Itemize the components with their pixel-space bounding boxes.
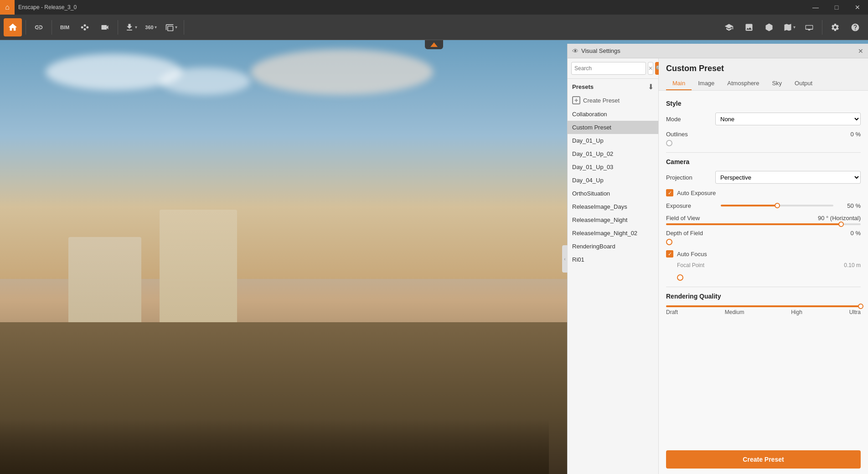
quality-track[interactable] [666,305,861,307]
presets-list: + Create Preset CollaborationCustom Pres… [568,93,658,474]
toolbar-separator-3 [118,20,118,35]
links-button[interactable] [30,18,48,36]
projection-row: Projection PerspectiveOrthographicTwo-Po… [666,171,861,184]
preset-item[interactable]: RenderingBoard [568,240,658,253]
quality-labels: Draft Medium High Ultra [666,309,861,315]
quality-thumb[interactable] [858,304,863,309]
ground-shadow [0,419,549,474]
svg-point-1 [84,24,86,26]
toolbar-separator-5 [822,20,822,35]
preset-item[interactable]: Day_01_Up [568,134,658,147]
preset-item[interactable]: Day_01_Up_03 [568,160,658,174]
section-divider-2 [666,287,861,287]
focal-point-slider[interactable] [677,274,861,281]
tab-main[interactable]: Main [666,77,692,90]
tab-atmosphere[interactable]: Atmosphere [721,77,765,90]
preset-item[interactable]: ReleaseImage_Night_02 [568,227,658,240]
create-preset-list-item[interactable]: + Create Preset [568,93,658,108]
projection-select[interactable]: PerspectiveOrthographicTwo-Point Perspec… [715,171,861,184]
dof-slider-handle[interactable] [666,239,672,245]
quality-slider-container [666,305,861,307]
cube-button[interactable] [760,18,778,36]
section-divider-1 [666,152,861,153]
quality-ultra-label: Ultra [849,309,861,315]
settings-content: Style Mode NoneWatercolorSketchOil Paint… [659,91,868,445]
outlines-value: 0 % [851,131,861,138]
presets-header: Presets ⬇ [568,79,658,93]
map-button[interactable]: ▾ [780,18,798,36]
auto-exposure-row: Auto Exposure [666,189,861,196]
search-input[interactable] [571,62,646,75]
quality-high-label: High [791,309,802,315]
export-button[interactable]: ▾ [122,18,140,36]
auto-focus-checkbox[interactable] [666,250,673,258]
batch-button[interactable]: ▾ [162,18,180,36]
tab-sky[interactable]: Sky [765,77,788,90]
video-button[interactable] [96,18,114,36]
bim-button[interactable]: BIM [56,18,74,36]
download-presets-button[interactable]: ⬇ [648,82,654,91]
preset-item[interactable]: ReleaseImage_Night [568,213,658,227]
create-preset-button[interactable]: Create Preset [666,450,861,469]
exposure-track [721,205,833,206]
minimize-button[interactable]: — [805,0,826,15]
render-button[interactable] [720,18,738,36]
toolbar-separator-2 [52,20,52,35]
settings-header: Custom Preset MainImageAtmosphereSkyOutp… [659,58,868,91]
settings-button[interactable] [826,18,844,36]
toolbar-separator-4 [184,20,184,35]
close-button[interactable]: ✕ [847,0,868,15]
fov-value: 90 ° (Horizontal) [818,215,861,222]
help-button[interactable] [846,18,864,36]
home-button[interactable] [4,18,22,36]
vr-button[interactable] [800,18,818,36]
outlines-slider[interactable] [666,139,861,147]
360-button[interactable]: 360 ▾ [142,18,160,36]
titlebar: ⌂ Enscape - Release_3_0 — □ ✕ [0,0,868,15]
maximize-button[interactable]: □ [826,0,847,15]
preset-item[interactable]: Day_04_Up [568,174,658,187]
cloud-3 [251,49,433,95]
presets-label: Presets [572,83,594,90]
fov-thumb[interactable] [838,222,844,227]
tab-image[interactable]: Image [692,77,721,90]
collapse-panel-handle[interactable]: ‹ [562,245,568,273]
tab-output[interactable]: Output [788,77,819,90]
outlines-header: Outlines 0 % [666,131,861,138]
fov-slider[interactable] [666,223,861,225]
preset-item[interactable]: Collaboration [568,108,658,121]
preset-item[interactable]: ReleaseImage_Days [568,200,658,213]
window-controls: — □ ✕ [805,0,868,15]
fov-fill [666,223,841,225]
preset-item[interactable]: OrthoSituation [568,187,658,200]
focal-point-slider-handle[interactable] [677,274,683,281]
preset-item[interactable]: Ri01 [568,253,658,266]
presets-panel: ✕ 🔍 Presets ⬇ + Create Preset Collaborat… [568,58,659,474]
preset-item[interactable]: Custom Preset [568,121,658,134]
visual-settings-close-button[interactable]: ✕ [858,47,863,55]
panel-toggle-button[interactable] [425,40,443,49]
toolbar-separator-1 [26,20,26,35]
exposure-slider[interactable] [721,201,833,210]
visual-settings-body: ✕ 🔍 Presets ⬇ + Create Preset Collaborat… [568,58,868,474]
search-bar: ✕ 🔍 [568,58,658,79]
screenshot-button[interactable] [740,18,758,36]
rendering-quality-section: Rendering Quality Draft Medium High Ultr… [666,293,861,315]
outlines-row: Outlines 0 % [666,131,861,147]
outlines-slider-handle[interactable] [666,140,672,146]
search-clear-button[interactable]: ✕ [648,62,653,75]
visual-settings-icon: 👁 [572,47,579,55]
mode-select[interactable]: NoneWatercolorSketchOil Paint [715,113,861,125]
dof-label: Depth of Field [666,230,703,237]
preset-item[interactable]: Day_01_Up_02 [568,147,658,160]
focal-point-value: 0.10 m [844,262,861,268]
auto-exposure-checkbox[interactable] [666,189,673,196]
dof-slider[interactable] [666,238,861,246]
svg-point-3 [84,28,86,30]
dof-header: Depth of Field 0 % [666,230,861,237]
visual-settings-titlebar: 👁 Visual Settings ✕ [568,44,868,58]
fly-button[interactable] [76,18,94,36]
exposure-thumb[interactable] [775,203,780,208]
visual-settings-title: Visual Settings [581,47,620,54]
quality-medium-label: Medium [725,309,744,315]
